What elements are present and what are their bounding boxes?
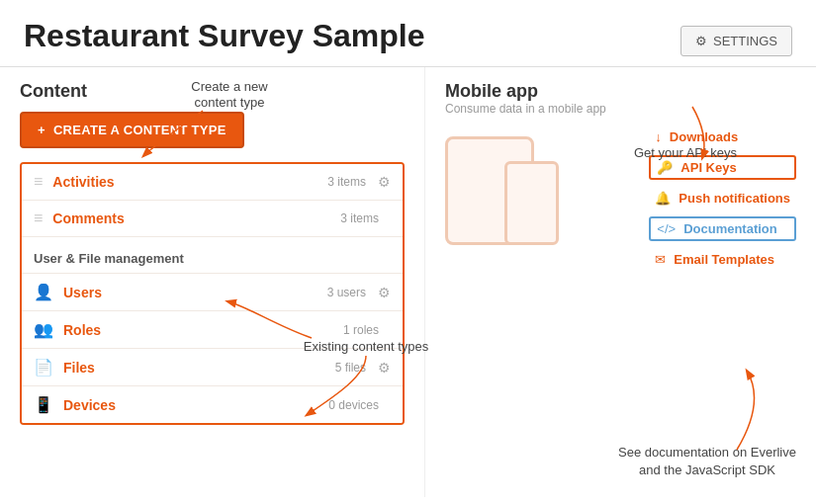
api-keys-label: API Keys: [680, 160, 736, 175]
phone-shape: [504, 161, 559, 245]
files-count: 5 files: [335, 361, 366, 375]
gear-icon: ⚙: [695, 34, 707, 48]
email-templates-label: Email Templates: [674, 252, 774, 267]
roles-link[interactable]: Roles: [63, 322, 343, 338]
list-item: ≡ Comments 3 items: [22, 201, 403, 237]
files-settings-icon[interactable]: ⚙: [378, 360, 391, 376]
list-item: 👤 Users 3 users ⚙: [22, 274, 403, 311]
content-section-title: Content: [20, 81, 405, 102]
push-notifications-menu-item[interactable]: 🔔 Push notifications: [649, 188, 796, 209]
activities-settings-icon[interactable]: ⚙: [378, 174, 391, 190]
activities-link[interactable]: Activities: [52, 174, 327, 190]
users-count: 3 users: [327, 286, 366, 299]
mobile-subtitle: Consume data in a mobile app: [445, 102, 796, 116]
list-item: ≡ Activities 3 items ⚙: [22, 164, 403, 201]
users-settings-icon[interactable]: ⚙: [378, 285, 391, 300]
mobile-illustration: [445, 136, 534, 245]
user-section-title: User & File management: [34, 251, 184, 266]
page-title: Restaurant Survey Sample: [24, 18, 425, 54]
comments-link[interactable]: Comments: [52, 210, 340, 226]
email-icon: ✉: [655, 252, 666, 267]
users-link[interactable]: Users: [63, 285, 327, 300]
content-type-list: ≡ Activities 3 items ⚙ ≡ Comments 3 item…: [20, 162, 405, 425]
code-icon: </>: [657, 221, 676, 236]
bell-icon: 🔔: [655, 191, 671, 206]
list-item: 📱 Devices 0 devices: [22, 386, 403, 423]
list-item: 📄 Files 5 files ⚙: [22, 349, 403, 386]
files-icon: 📄: [34, 358, 53, 377]
devices-count: 0 devices: [328, 398, 379, 412]
downloads-label: Downloads: [670, 129, 738, 144]
devices-icon: 📱: [34, 395, 53, 414]
documentation-menu-item[interactable]: </> Documentation: [649, 216, 796, 241]
right-panel: Mobile app Consume data in a mobile app …: [425, 67, 816, 497]
create-content-type-button[interactable]: + CREATE A CONTENT TYPE: [20, 112, 244, 148]
sdk-annotation: See documentation on Everliveand the Jav…: [618, 444, 796, 479]
main-content: Content + CREATE A CONTENT TYPE ≡ Activi…: [0, 67, 816, 497]
mobile-section-title: Mobile app: [445, 81, 796, 102]
devices-link[interactable]: Devices: [63, 397, 328, 413]
files-link[interactable]: Files: [63, 360, 335, 376]
list-item: 👥 Roles 1 roles: [22, 311, 403, 349]
activities-count: 3 items: [327, 175, 366, 189]
plus-icon: +: [38, 123, 45, 137]
download-icon: ↓: [655, 129, 662, 144]
roles-count: 1 roles: [343, 323, 379, 337]
roles-icon: 👥: [34, 320, 53, 339]
email-templates-menu-item[interactable]: ✉ Email Templates: [649, 249, 796, 270]
documentation-label: Documentation: [683, 221, 777, 236]
api-keys-annotation: Get your API keys: [634, 144, 737, 162]
settings-label: SETTINGS: [713, 34, 777, 48]
user-icon: 👤: [34, 283, 53, 301]
settings-button[interactable]: ⚙ SETTINGS: [680, 26, 792, 56]
comments-count: 3 items: [340, 211, 379, 225]
left-panel: Content + CREATE A CONTENT TYPE ≡ Activi…: [0, 67, 425, 497]
create-button-label: CREATE A CONTENT TYPE: [53, 123, 227, 137]
list-icon: ≡: [34, 173, 43, 191]
header: Restaurant Survey Sample ⚙ SETTINGS: [0, 0, 816, 67]
push-notifications-label: Push notifications: [679, 191, 790, 206]
list-icon: ≡: [34, 210, 43, 227]
key-icon: 🔑: [657, 160, 673, 175]
user-file-section-header: User & File management: [22, 237, 403, 274]
